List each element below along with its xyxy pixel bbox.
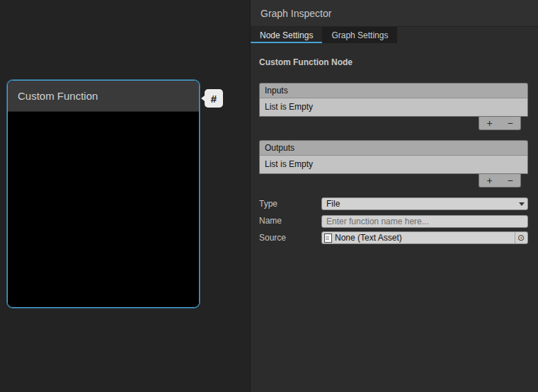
node-header[interactable]: Custom Function — [8, 81, 199, 112]
inputs-list-empty: List is Empty — [259, 98, 528, 117]
panel-header: Graph Inspector — [251, 0, 538, 27]
hash-icon: # — [211, 93, 217, 105]
inspector-content: Custom Function Node Inputs List is Empt… — [251, 43, 538, 244]
type-label: Type — [259, 199, 321, 209]
outputs-list-footer-row: + − — [259, 174, 528, 188]
tab-graph-settings[interactable]: Graph Settings — [322, 27, 397, 43]
inputs-list: Inputs List is Empty + − — [259, 83, 528, 130]
graph-canvas[interactable]: Custom Function # — [0, 0, 250, 392]
source-object-field[interactable]: None (Text Asset) ⊙ — [321, 231, 528, 244]
outputs-add-button[interactable]: + — [483, 175, 497, 185]
name-field — [321, 214, 528, 227]
tab-bar: Node Settings Graph Settings — [251, 27, 538, 43]
inputs-remove-button[interactable]: − — [503, 118, 517, 128]
panel-title: Graph Inspector — [261, 8, 331, 19]
source-object-value: None (Text Asset) — [335, 232, 515, 243]
type-dropdown-value: File — [326, 199, 340, 209]
function-name-input[interactable] — [321, 215, 528, 228]
type-dropdown[interactable]: File — [321, 197, 528, 210]
type-field: File — [321, 197, 528, 210]
inputs-list-header: Inputs — [259, 83, 528, 98]
type-row: Type File — [259, 197, 528, 210]
hash-badge[interactable]: # — [205, 89, 223, 108]
section-heading: Custom Function Node — [259, 57, 528, 67]
graph-inspector-panel: Graph Inspector Node Settings Graph Sett… — [250, 0, 538, 392]
source-label: Source — [259, 233, 321, 243]
outputs-list: Outputs List is Empty + − — [259, 140, 528, 188]
tab-graph-settings-label: Graph Settings — [331, 30, 388, 40]
property-rows: Type File Name Source — [259, 197, 528, 244]
node-title: Custom Function — [18, 90, 98, 102]
outputs-list-header: Outputs — [259, 140, 528, 156]
custom-function-node[interactable]: Custom Function — [7, 80, 200, 308]
text-asset-icon — [324, 234, 332, 243]
name-label: Name — [259, 216, 321, 226]
source-row: Source None (Text Asset) ⊙ — [259, 231, 528, 244]
outputs-remove-button[interactable]: − — [503, 175, 517, 185]
outputs-list-footer: + − — [479, 174, 521, 188]
inputs-add-button[interactable]: + — [483, 118, 497, 128]
tab-node-settings-label: Node Settings — [260, 30, 313, 40]
tab-node-settings[interactable]: Node Settings — [251, 27, 322, 43]
outputs-list-empty: List is Empty — [259, 156, 528, 174]
name-row: Name — [259, 214, 528, 227]
chevron-down-icon — [519, 202, 525, 206]
inputs-list-footer-row: + − — [259, 117, 528, 130]
inputs-list-footer: + − — [479, 117, 521, 130]
source-field: None (Text Asset) ⊙ — [321, 231, 528, 244]
object-picker-icon[interactable]: ⊙ — [515, 232, 527, 243]
node-body — [8, 112, 199, 307]
